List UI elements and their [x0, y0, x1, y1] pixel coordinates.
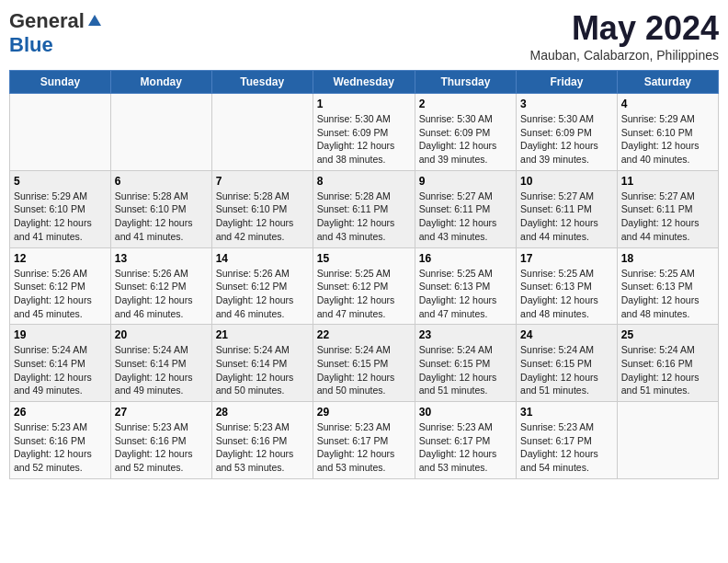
day-info: Sunrise: 5:23 AM Sunset: 6:16 PM Dayligh…	[14, 420, 107, 475]
calendar-cell: 6Sunrise: 5:28 AM Sunset: 6:10 PM Daylig…	[110, 170, 211, 247]
day-number: 27	[115, 406, 208, 419]
day-info: Sunrise: 5:26 AM Sunset: 6:12 PM Dayligh…	[14, 267, 107, 321]
day-number: 29	[317, 406, 411, 419]
day-number: 4	[621, 98, 714, 110]
day-info: Sunrise: 5:28 AM Sunset: 6:11 PM Dayligh…	[317, 190, 411, 244]
day-info: Sunrise: 5:23 AM Sunset: 6:17 PM Dayligh…	[317, 420, 411, 475]
day-info: Sunrise: 5:24 AM Sunset: 6:14 PM Dayligh…	[216, 343, 309, 397]
calendar-cell: 10Sunrise: 5:27 AM Sunset: 6:11 PM Dayli…	[517, 170, 618, 247]
day-number: 24	[520, 328, 613, 341]
day-number: 15	[317, 252, 411, 265]
day-info: Sunrise: 5:24 AM Sunset: 6:15 PM Dayligh…	[419, 343, 512, 397]
day-number: 26	[14, 406, 107, 419]
day-number: 10	[520, 175, 613, 188]
day-info: Sunrise: 5:26 AM Sunset: 6:12 PM Dayligh…	[216, 267, 309, 321]
calendar-header: SundayMondayTuesdayWednesdayThursdayFrid…	[10, 71, 719, 94]
day-info: Sunrise: 5:24 AM Sunset: 6:14 PM Dayligh…	[115, 343, 208, 397]
day-number: 3	[520, 98, 613, 110]
day-info: Sunrise: 5:24 AM Sunset: 6:15 PM Dayligh…	[317, 343, 411, 397]
calendar-cell: 29Sunrise: 5:23 AM Sunset: 6:17 PM Dayli…	[313, 402, 415, 479]
day-number: 16	[419, 252, 512, 265]
day-info: Sunrise: 5:26 AM Sunset: 6:12 PM Dayligh…	[115, 267, 208, 321]
logo-blue: Blue	[9, 33, 53, 57]
header-saturday: Saturday	[617, 71, 718, 94]
calendar-cell: 20Sunrise: 5:24 AM Sunset: 6:14 PM Dayli…	[110, 325, 211, 402]
day-info: Sunrise: 5:30 AM Sunset: 6:09 PM Dayligh…	[419, 112, 512, 167]
day-number: 12	[14, 252, 107, 265]
day-number: 11	[621, 175, 714, 188]
header-sunday: Sunday	[10, 71, 111, 94]
title-area: May 2024 Mauban, Calabarzon, Philippines	[530, 9, 719, 63]
calendar-cell	[10, 94, 111, 171]
calendar-cell: 27Sunrise: 5:23 AM Sunset: 6:16 PM Dayli…	[110, 402, 211, 479]
day-info: Sunrise: 5:29 AM Sunset: 6:10 PM Dayligh…	[14, 190, 107, 244]
calendar-table: SundayMondayTuesdayWednesdayThursdayFrid…	[9, 70, 719, 479]
day-info: Sunrise: 5:23 AM Sunset: 6:17 PM Dayligh…	[520, 420, 613, 475]
day-number: 5	[14, 175, 107, 188]
header-wednesday: Wednesday	[313, 71, 415, 94]
calendar-cell: 22Sunrise: 5:24 AM Sunset: 6:15 PM Dayli…	[313, 325, 415, 402]
calendar-cell	[110, 94, 211, 171]
calendar-cell: 7Sunrise: 5:28 AM Sunset: 6:10 PM Daylig…	[211, 170, 313, 247]
calendar-cell: 28Sunrise: 5:23 AM Sunset: 6:16 PM Dayli…	[211, 402, 313, 479]
day-number: 13	[115, 252, 208, 265]
day-number: 22	[317, 328, 411, 341]
logo-icon	[86, 13, 103, 29]
day-number: 17	[520, 252, 613, 265]
day-info: Sunrise: 5:25 AM Sunset: 6:13 PM Dayligh…	[419, 267, 512, 321]
day-info: Sunrise: 5:25 AM Sunset: 6:12 PM Dayligh…	[317, 267, 411, 321]
day-info: Sunrise: 5:28 AM Sunset: 6:10 PM Dayligh…	[216, 190, 309, 244]
calendar-cell: 24Sunrise: 5:24 AM Sunset: 6:15 PM Dayli…	[517, 325, 618, 402]
day-number: 25	[621, 328, 714, 341]
day-info: Sunrise: 5:24 AM Sunset: 6:16 PM Dayligh…	[621, 343, 714, 397]
header-tuesday: Tuesday	[211, 71, 313, 94]
calendar-cell: 13Sunrise: 5:26 AM Sunset: 6:12 PM Dayli…	[110, 247, 211, 325]
day-info: Sunrise: 5:24 AM Sunset: 6:14 PM Dayligh…	[14, 343, 107, 397]
day-number: 1	[317, 98, 411, 110]
day-info: Sunrise: 5:23 AM Sunset: 6:17 PM Dayligh…	[419, 420, 512, 475]
calendar-cell: 9Sunrise: 5:27 AM Sunset: 6:11 PM Daylig…	[415, 170, 516, 247]
calendar-cell: 26Sunrise: 5:23 AM Sunset: 6:16 PM Dayli…	[10, 402, 111, 479]
header-thursday: Thursday	[415, 71, 516, 94]
day-number: 7	[216, 175, 309, 188]
calendar-cell	[617, 402, 718, 479]
day-info: Sunrise: 5:30 AM Sunset: 6:09 PM Dayligh…	[520, 112, 613, 167]
day-number: 31	[520, 406, 613, 419]
day-info: Sunrise: 5:28 AM Sunset: 6:10 PM Dayligh…	[115, 190, 208, 244]
day-number: 21	[216, 328, 309, 341]
day-number: 30	[419, 406, 512, 419]
day-info: Sunrise: 5:27 AM Sunset: 6:11 PM Dayligh…	[520, 190, 613, 244]
day-info: Sunrise: 5:25 AM Sunset: 6:13 PM Dayligh…	[520, 267, 613, 321]
day-number: 14	[216, 252, 309, 265]
week-row: 1Sunrise: 5:30 AM Sunset: 6:09 PM Daylig…	[10, 94, 719, 171]
day-number: 2	[419, 98, 512, 110]
calendar-cell: 17Sunrise: 5:25 AM Sunset: 6:13 PM Dayli…	[517, 247, 618, 325]
day-info: Sunrise: 5:23 AM Sunset: 6:16 PM Dayligh…	[216, 420, 309, 475]
day-info: Sunrise: 5:29 AM Sunset: 6:10 PM Dayligh…	[621, 112, 714, 167]
calendar-cell	[211, 94, 313, 171]
day-info: Sunrise: 5:27 AM Sunset: 6:11 PM Dayligh…	[621, 190, 714, 244]
week-row: 26Sunrise: 5:23 AM Sunset: 6:16 PM Dayli…	[10, 402, 719, 479]
calendar-cell: 11Sunrise: 5:27 AM Sunset: 6:11 PM Dayli…	[617, 170, 718, 247]
day-number: 18	[621, 252, 714, 265]
day-info: Sunrise: 5:30 AM Sunset: 6:09 PM Dayligh…	[317, 112, 411, 167]
header-row: SundayMondayTuesdayWednesdayThursdayFrid…	[10, 71, 719, 94]
main-title: May 2024	[530, 9, 719, 48]
calendar-cell: 21Sunrise: 5:24 AM Sunset: 6:14 PM Dayli…	[211, 325, 313, 402]
calendar-cell: 14Sunrise: 5:26 AM Sunset: 6:12 PM Dayli…	[211, 247, 313, 325]
calendar-cell: 1Sunrise: 5:30 AM Sunset: 6:09 PM Daylig…	[313, 94, 415, 171]
page-header: General Blue May 2024 Mauban, Calabarzon…	[9, 9, 719, 63]
calendar-body: 1Sunrise: 5:30 AM Sunset: 6:09 PM Daylig…	[10, 94, 719, 479]
calendar-cell: 30Sunrise: 5:23 AM Sunset: 6:17 PM Dayli…	[415, 402, 516, 479]
day-number: 6	[115, 175, 208, 188]
calendar-cell: 15Sunrise: 5:25 AM Sunset: 6:12 PM Dayli…	[313, 247, 415, 325]
day-info: Sunrise: 5:24 AM Sunset: 6:15 PM Dayligh…	[520, 343, 613, 397]
day-info: Sunrise: 5:27 AM Sunset: 6:11 PM Dayligh…	[419, 190, 512, 244]
week-row: 5Sunrise: 5:29 AM Sunset: 6:10 PM Daylig…	[10, 170, 719, 247]
calendar-cell: 23Sunrise: 5:24 AM Sunset: 6:15 PM Dayli…	[415, 325, 516, 402]
calendar-cell: 4Sunrise: 5:29 AM Sunset: 6:10 PM Daylig…	[617, 94, 718, 171]
calendar-cell: 16Sunrise: 5:25 AM Sunset: 6:13 PM Dayli…	[415, 247, 516, 325]
logo: General Blue	[9, 9, 103, 57]
calendar-cell: 2Sunrise: 5:30 AM Sunset: 6:09 PM Daylig…	[415, 94, 516, 171]
calendar-cell: 18Sunrise: 5:25 AM Sunset: 6:13 PM Dayli…	[617, 247, 718, 325]
